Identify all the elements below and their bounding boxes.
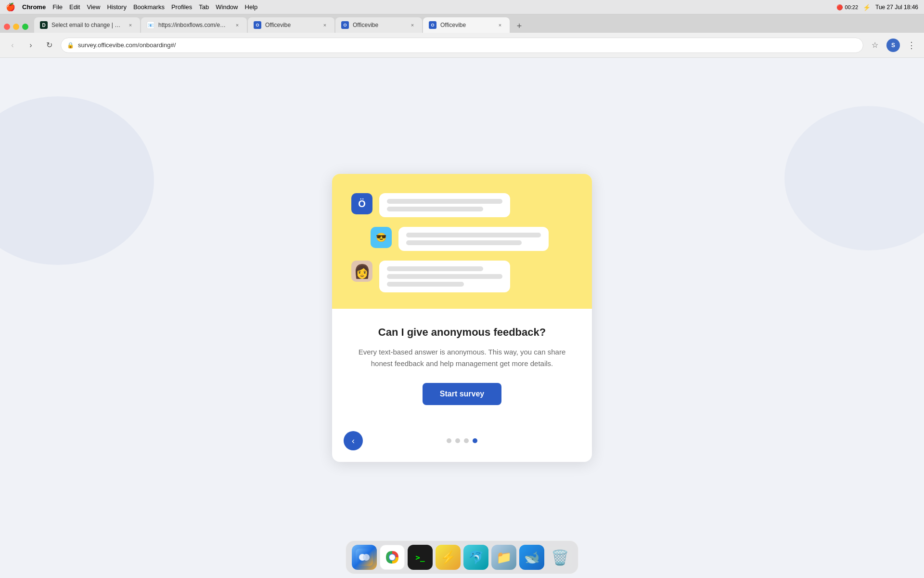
tab-close-django[interactable]: ×	[127, 21, 134, 29]
chat-row-1: Ö	[351, 193, 573, 217]
apple-menu[interactable]: 🍎	[6, 2, 15, 12]
tab-favicon-django: D	[40, 21, 48, 29]
menu-history[interactable]: History	[107, 3, 126, 11]
background-blob-right	[784, 106, 924, 250]
tab-favicon-inboxflows: 📧	[147, 21, 154, 29]
svg-point-5	[389, 554, 395, 560]
chat-bubble-2	[398, 227, 549, 251]
tab-close-inboxflows[interactable]: ×	[233, 21, 241, 29]
tab-django[interactable]: D Select email to change | Djang... ×	[34, 17, 140, 33]
page-content: Ö 😎 👩	[0, 58, 924, 578]
security-icon: 🔒	[67, 42, 74, 49]
tab-close-ov1[interactable]: ×	[321, 21, 329, 29]
wifi-icon: ⚡	[863, 4, 871, 11]
menu-edit[interactable]: Edit	[69, 3, 80, 11]
menu-file[interactable]: File	[52, 3, 63, 11]
bubble-line	[406, 240, 522, 245]
dock-icon-dolphin[interactable]: 🐬	[463, 545, 488, 570]
url-bar[interactable]: 🔒 survey.officevibe.com/onboarding#/	[61, 38, 863, 53]
tab-label-ov3: Officevibe	[440, 22, 492, 28]
pagination-dot-3[interactable]	[464, 438, 469, 443]
chat-row-3: 👩	[351, 261, 573, 292]
minimize-window-btn[interactable]	[13, 24, 19, 30]
profile-button[interactable]: S	[886, 39, 900, 52]
avatar-cool: 😎	[371, 227, 392, 248]
browser-menu-button[interactable]: ⋮	[905, 39, 918, 52]
tab-inboxflows[interactable]: 📧 https://inboxflows.com/emails/ ×	[141, 17, 247, 33]
tab-favicon-ov2: O	[341, 21, 349, 29]
dock-icon-lightning[interactable]: ⚡	[436, 545, 461, 570]
onboarding-card: Ö 😎 👩	[332, 174, 592, 462]
pagination-dots	[447, 438, 477, 443]
menu-help[interactable]: Help	[245, 3, 258, 11]
tab-officevibe-1[interactable]: O Officevibe ×	[248, 17, 334, 33]
tab-close-ov3[interactable]: ×	[496, 21, 504, 29]
menu-chrome[interactable]: Chrome	[22, 3, 46, 11]
svg-point-2	[363, 554, 370, 561]
pagination-dot-4[interactable]	[473, 438, 477, 443]
tab-label-inboxflows: https://inboxflows.com/emails/	[158, 22, 230, 28]
menu-bookmarks[interactable]: Bookmarks	[133, 3, 165, 11]
pagination-dot-2[interactable]	[455, 438, 460, 443]
menu-view[interactable]: View	[87, 3, 100, 11]
dock: >_ ⚡ 🐬 📁 🐋 🗑️	[346, 540, 578, 574]
pagination-dot-1[interactable]	[447, 438, 451, 443]
close-window-btn[interactable]	[4, 24, 10, 30]
background-blob-left	[0, 96, 154, 265]
bubble-line	[387, 207, 483, 211]
dock-icon-terminal[interactable]: >_	[408, 545, 433, 570]
address-bar: ‹ › ↻ 🔒 survey.officevibe.com/onboarding…	[0, 33, 924, 58]
back-nav-button[interactable]: ‹	[344, 431, 363, 450]
chat-bubble-1	[379, 193, 510, 217]
new-tab-button[interactable]: +	[513, 19, 526, 33]
bubble-line	[387, 282, 464, 287]
tab-label-ov2: Officevibe	[353, 22, 405, 28]
bookmark-button[interactable]: ☆	[868, 39, 882, 52]
chat-bubble-3	[379, 261, 510, 292]
dock-icon-files[interactable]: 📁	[491, 545, 516, 570]
tab-label-django: Select email to change | Djang...	[51, 22, 123, 28]
avatar-officevibe: Ö	[351, 193, 372, 214]
card-text-area: Can I give anonymous feedback? Every tex…	[332, 309, 592, 431]
card-nav-footer: ‹	[332, 431, 592, 462]
dock-icon-chrome[interactable]	[380, 545, 405, 570]
tab-bar: D Select email to change | Djang... × 📧 …	[0, 14, 924, 33]
menu-tab[interactable]: Tab	[199, 3, 209, 11]
menu-window[interactable]: Window	[216, 3, 238, 11]
menubar: 🍎 Chrome File Edit View History Bookmark…	[0, 0, 924, 14]
chat-row-2: 😎	[351, 227, 573, 251]
avatar-person: 👩	[351, 261, 372, 282]
time-display: Tue 27 Jul 18:46	[875, 4, 918, 11]
card-illustration: Ö 😎 👩	[332, 174, 592, 309]
tab-favicon-ov3: O	[429, 21, 436, 29]
forward-button[interactable]: ›	[24, 39, 38, 52]
url-text: survey.officevibe.com/onboarding#/	[78, 41, 176, 49]
dock-icon-trash[interactable]: 🗑️	[547, 545, 572, 570]
bubble-line	[387, 274, 502, 279]
menu-profiles[interactable]: Profiles	[171, 3, 192, 11]
bubble-line	[406, 233, 541, 237]
dock-icon-finder[interactable]	[352, 545, 377, 570]
tab-close-ov2[interactable]: ×	[409, 21, 416, 29]
start-survey-button[interactable]: Start survey	[423, 383, 502, 405]
tab-officevibe-3[interactable]: O Officevibe ×	[423, 17, 510, 33]
dock-icon-docker[interactable]: 🐋	[519, 545, 544, 570]
tab-label-ov1: Officevibe	[265, 22, 317, 28]
bubble-line	[387, 266, 483, 271]
bubble-line	[387, 199, 502, 204]
reload-button[interactable]: ↻	[42, 39, 56, 52]
tab-officevibe-2[interactable]: O Officevibe ×	[335, 17, 422, 33]
card-title: Can I give anonymous feedback?	[351, 326, 573, 339]
card-description: Every text-based answer is anonymous. Th…	[351, 346, 573, 369]
back-button[interactable]: ‹	[6, 39, 19, 52]
tab-favicon-ov1: O	[254, 21, 261, 29]
battery-status: 🔴 00:22	[836, 4, 858, 11]
maximize-window-btn[interactable]	[22, 24, 28, 30]
